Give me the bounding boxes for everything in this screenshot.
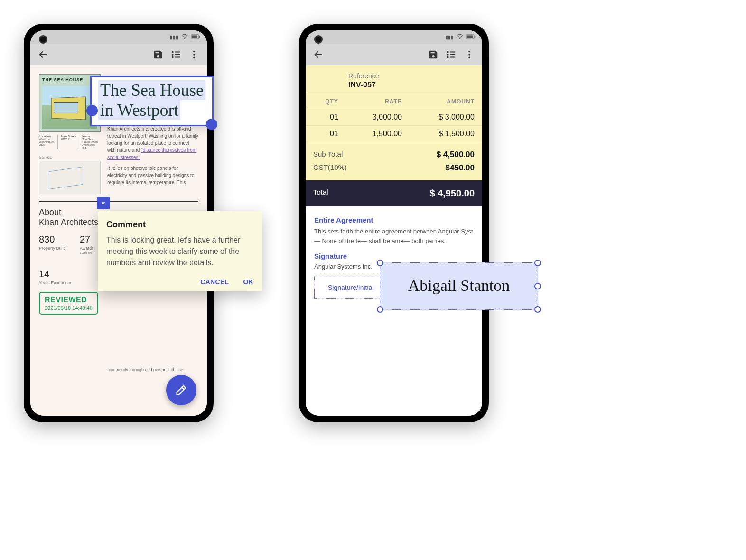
wifi-icon bbox=[181, 33, 188, 41]
screen-right: ▮▮▮ Refer bbox=[306, 30, 482, 416]
svg-point-15 bbox=[448, 54, 448, 55]
invoice-total: Total $ 4,950.00 bbox=[306, 180, 482, 206]
status-bar: ▮▮▮ bbox=[306, 30, 482, 44]
battery-icon bbox=[191, 34, 200, 40]
phone-right: ▮▮▮ Refer bbox=[299, 24, 489, 422]
back-button[interactable] bbox=[36, 47, 50, 62]
resize-handle[interactable] bbox=[377, 306, 383, 313]
table-row: 01 3,000.00 $ 3,000.00 bbox=[306, 109, 482, 126]
resize-handle[interactable] bbox=[534, 260, 541, 266]
camera-cutout bbox=[314, 35, 323, 44]
title-selection-callout[interactable]: The Sea House in Westport bbox=[90, 76, 214, 126]
svg-point-16 bbox=[448, 56, 448, 57]
hero-image-caption: THE SEA HOUSE bbox=[42, 77, 83, 82]
resize-handle[interactable] bbox=[534, 306, 541, 313]
paragraph-2: It relies on photovoltaic panels for ele… bbox=[107, 165, 198, 186]
comment-title: Comment bbox=[106, 220, 253, 230]
camera-cutout bbox=[39, 35, 47, 44]
back-button[interactable] bbox=[311, 47, 326, 62]
paragraph-1: Khan Architects Inc. created this off-gr… bbox=[107, 125, 198, 161]
table-row: 01 1,500.00 $ 1,500.00 bbox=[306, 126, 482, 142]
title-line-2: in Westport bbox=[98, 100, 180, 120]
meta-row: LocationWestport Washington, USA Area Sp… bbox=[39, 135, 101, 149]
ok-button[interactable]: OK bbox=[243, 278, 253, 286]
signature-heading: Signature bbox=[314, 252, 474, 260]
more-button[interactable] bbox=[462, 47, 476, 62]
svg-point-5 bbox=[172, 54, 173, 55]
isometric-label: Isometric bbox=[39, 156, 52, 159]
invoice-table: QTY RATE AMOUNT 01 3,000.00 $ 3,000.00 0… bbox=[306, 94, 482, 142]
title-line-1: The Sea House bbox=[98, 80, 205, 100]
top-app-bar bbox=[306, 44, 482, 65]
wifi-icon bbox=[457, 33, 463, 41]
list-button[interactable] bbox=[169, 47, 183, 62]
divider bbox=[39, 201, 198, 202]
comment-marker-icon[interactable] bbox=[97, 197, 110, 209]
svg-rect-12 bbox=[475, 36, 476, 38]
isometric-block: Isometric bbox=[39, 156, 101, 194]
list-button[interactable] bbox=[444, 47, 458, 62]
resize-handle[interactable] bbox=[534, 283, 541, 289]
more-button[interactable] bbox=[187, 47, 201, 62]
selection-handle[interactable] bbox=[206, 119, 217, 130]
signature-slot-button[interactable]: Signature/Initial bbox=[314, 277, 388, 299]
cancel-button[interactable]: CANCEL bbox=[200, 278, 229, 286]
save-button[interactable] bbox=[151, 47, 165, 62]
reviewed-stamp: REVIEWED 2021/08/18 14:40:48 bbox=[39, 292, 98, 315]
svg-point-6 bbox=[172, 56, 173, 57]
status-bar: ▮▮▮ bbox=[30, 30, 207, 44]
col-qty: QTY bbox=[306, 94, 346, 109]
resize-handle[interactable] bbox=[377, 260, 383, 266]
signal-icon: ▮▮▮ bbox=[445, 34, 454, 40]
signature-annotation[interactable]: Abigail Stanton bbox=[380, 262, 538, 310]
invoice-view[interactable]: Reference INV-057 QTY RATE AMOUNT 01 3,0… bbox=[306, 65, 482, 416]
selection-handle[interactable] bbox=[86, 105, 98, 116]
comment-body: This is looking great, let's have a furt… bbox=[106, 234, 253, 269]
svg-point-18 bbox=[468, 54, 470, 56]
agreement-heading: Entire Agreement bbox=[314, 216, 474, 224]
agreement-text: This sets forth the entire agreement bet… bbox=[314, 227, 474, 245]
trailing-text: community through and personal choice bbox=[107, 367, 183, 372]
top-app-bar bbox=[30, 44, 207, 65]
svg-rect-2 bbox=[199, 36, 200, 38]
svg-point-14 bbox=[448, 51, 448, 52]
edit-fab[interactable] bbox=[166, 375, 196, 405]
svg-point-9 bbox=[193, 57, 195, 59]
svg-rect-3 bbox=[192, 35, 197, 38]
invoice-summary: Sub Total$ 4,500.00 GST(10%)$450.00 bbox=[306, 142, 482, 180]
svg-point-17 bbox=[468, 51, 470, 53]
svg-point-4 bbox=[172, 51, 173, 52]
svg-point-0 bbox=[184, 38, 185, 39]
signature-text: Abigail Stanton bbox=[380, 263, 538, 308]
col-amount: AMOUNT bbox=[410, 94, 482, 109]
invoice-reference: Reference INV-057 bbox=[306, 65, 482, 94]
svg-point-7 bbox=[193, 51, 195, 53]
col-rate: RATE bbox=[346, 94, 410, 109]
svg-rect-13 bbox=[467, 35, 473, 38]
save-button[interactable] bbox=[426, 47, 440, 62]
stat-item: 830Property Build bbox=[39, 234, 66, 255]
comment-dialog: Comment This is looking great, let's hav… bbox=[98, 211, 262, 291]
svg-point-10 bbox=[459, 38, 460, 39]
signal-icon: ▮▮▮ bbox=[170, 34, 178, 40]
svg-point-19 bbox=[468, 57, 470, 59]
svg-point-8 bbox=[193, 54, 195, 56]
battery-icon bbox=[466, 34, 476, 40]
